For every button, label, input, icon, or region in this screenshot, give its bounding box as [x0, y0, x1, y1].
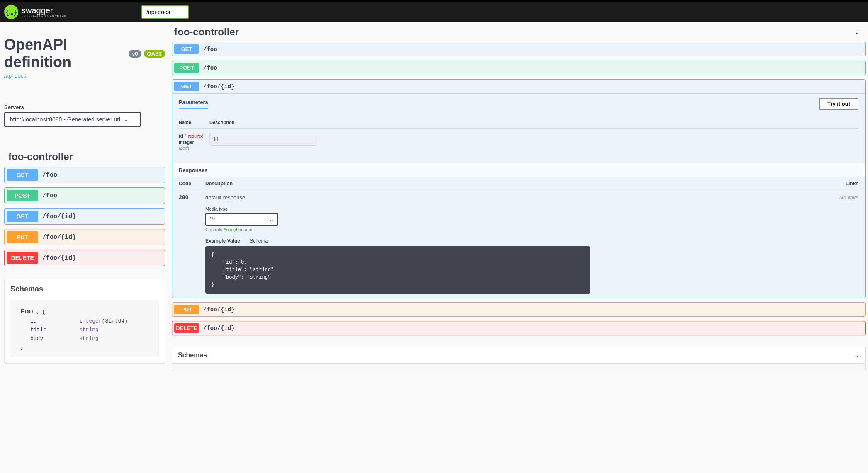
- op-put-foo-id[interactable]: PUT /foo/{id}: [172, 302, 866, 317]
- th-code: Code: [179, 181, 205, 187]
- chevron-down-icon: ⌄: [269, 216, 274, 223]
- chevron-down-icon[interactable]: ⌄: [36, 310, 41, 315]
- op-path: /foo/{id}: [42, 213, 76, 220]
- th-description: Description: [209, 120, 858, 125]
- schemas-inner-stub: [172, 364, 866, 371]
- responses-heading: Responses: [172, 163, 865, 177]
- servers-label: Servers: [4, 104, 165, 110]
- swagger-logo-icon: {…}: [4, 5, 18, 19]
- op-path: /foo: [42, 192, 57, 199]
- topbar: {…} swagger supported by SMARTBEAR: [0, 2, 868, 22]
- controller-heading-left[interactable]: foo-controller: [8, 151, 165, 163]
- schema-tab[interactable]: Schema: [250, 238, 268, 244]
- required-star-icon: *: [185, 133, 187, 138]
- op-get-foo-id: GET /foo/{id} Parameters Try it out Name…: [172, 79, 866, 298]
- api-docs-link[interactable]: /api-docs: [4, 73, 26, 79]
- schema-field-type: string: [79, 326, 99, 335]
- logo-subtext: supported by SMARTBEAR: [22, 15, 67, 18]
- th-links: Links: [834, 181, 858, 187]
- spec-url-input[interactable]: [141, 5, 189, 19]
- method-badge: GET: [174, 44, 199, 54]
- op-path: /foo: [42, 172, 57, 179]
- response-code: 200: [179, 194, 205, 294]
- media-type-label: Media type: [205, 206, 834, 211]
- op-delete-foo-id[interactable]: DELETE /foo/{id}: [172, 321, 866, 335]
- media-type-value: */*: [209, 216, 215, 223]
- logo-text: swagger: [22, 6, 67, 15]
- op-path: /foo/{id}: [203, 306, 235, 313]
- op-get-row[interactable]: GET/foo: [4, 167, 165, 183]
- chevron-down-icon: ⌄: [124, 116, 129, 123]
- controller-heading-right[interactable]: foo-controller: [174, 26, 239, 38]
- method-badge: GET: [7, 211, 38, 222]
- version-badge: v0: [129, 50, 141, 58]
- schema-field-type: string: [79, 335, 99, 343]
- param-id-input[interactable]: [209, 133, 317, 146]
- op-post-row[interactable]: POST/foo: [4, 187, 165, 204]
- schema-model[interactable]: Foo ⌄ { id integer($int64) title string …: [10, 300, 159, 357]
- op-get-row[interactable]: GET/foo/{id}: [4, 208, 165, 225]
- brace-close: }: [20, 343, 149, 352]
- left-panel: OpenAPI definition v0 OAS3 /api-docs Ser…: [0, 22, 169, 371]
- op-path: /foo/{id}: [203, 325, 235, 332]
- schema-field-key: title: [20, 326, 79, 335]
- server-select-value: http://localhost:8080 - Generated server…: [10, 116, 120, 123]
- try-it-out-button[interactable]: Try it out: [819, 98, 858, 110]
- method-badge: DELETE: [7, 252, 38, 264]
- parameters-tab[interactable]: Parameters: [179, 99, 208, 109]
- brace-open: {: [42, 309, 45, 315]
- method-badge: POST: [7, 190, 38, 201]
- op-path: /foo/{id}: [203, 83, 235, 90]
- accept-header-hint: Controls Accept header.: [205, 227, 834, 232]
- method-badge: POST: [174, 63, 199, 73]
- media-type-select[interactable]: */* ⌄: [205, 213, 278, 226]
- schema-field-type: integer: [79, 318, 102, 324]
- schema-field-key: id: [20, 317, 79, 326]
- op-put-row[interactable]: PUT/foo/{id}: [4, 229, 165, 245]
- method-badge: GET: [7, 169, 38, 181]
- th-name: Name: [179, 120, 209, 125]
- chevron-down-icon[interactable]: ⌄: [855, 29, 860, 35]
- param-name: id: [179, 133, 184, 139]
- method-badge: PUT: [7, 231, 38, 243]
- swagger-logo[interactable]: {…} swagger supported by SMARTBEAR: [4, 5, 67, 19]
- schemas-title[interactable]: Schemas: [10, 285, 159, 294]
- op-summary[interactable]: GET /foo/{id}: [172, 80, 865, 93]
- op-post-foo[interactable]: POST /foo: [172, 61, 866, 75]
- example-response-body[interactable]: { "id": 0, "title": "string", "body": "s…: [205, 246, 590, 294]
- right-panel: foo-controller ⌄ GET /foo POST /foo GET …: [169, 22, 868, 371]
- op-path: /foo: [203, 65, 217, 71]
- param-type: integer: [179, 140, 209, 145]
- op-path: /foo/{id}: [42, 255, 76, 262]
- th-description: Description: [205, 181, 834, 187]
- op-path: /foo: [203, 46, 217, 53]
- param-location: (path): [179, 146, 209, 150]
- schema-field-key: body: [20, 335, 79, 343]
- schema-model-name: Foo: [20, 308, 33, 315]
- method-badge: PUT: [174, 305, 199, 314]
- response-links: No links: [834, 194, 858, 294]
- schemas-label: Schemas: [178, 352, 207, 359]
- schema-field-format: ($int64): [102, 318, 128, 324]
- schemas-section: Schemas Foo ⌄ { id integer($int64) title…: [4, 279, 165, 364]
- required-label: required: [188, 134, 204, 138]
- method-badge: DELETE: [174, 323, 199, 333]
- op-delete-row[interactable]: DELETE/foo/{id}: [4, 250, 165, 266]
- api-title: OpenAPI definition: [4, 36, 126, 71]
- example-value-tab[interactable]: Example Value: [205, 238, 240, 244]
- server-select[interactable]: http://localhost:8080 - Generated server…: [4, 112, 141, 127]
- schemas-toggle[interactable]: Schemas ⌄: [172, 347, 866, 364]
- chevron-down-icon: ⌄: [854, 352, 859, 359]
- op-path: /foo/{id}: [42, 234, 76, 241]
- oas-badge: OAS3: [144, 50, 165, 58]
- response-description: default response: [205, 194, 834, 201]
- tab-divider: |: [244, 238, 246, 244]
- op-get-foo[interactable]: GET /foo: [172, 42, 866, 56]
- method-badge: GET: [174, 82, 199, 91]
